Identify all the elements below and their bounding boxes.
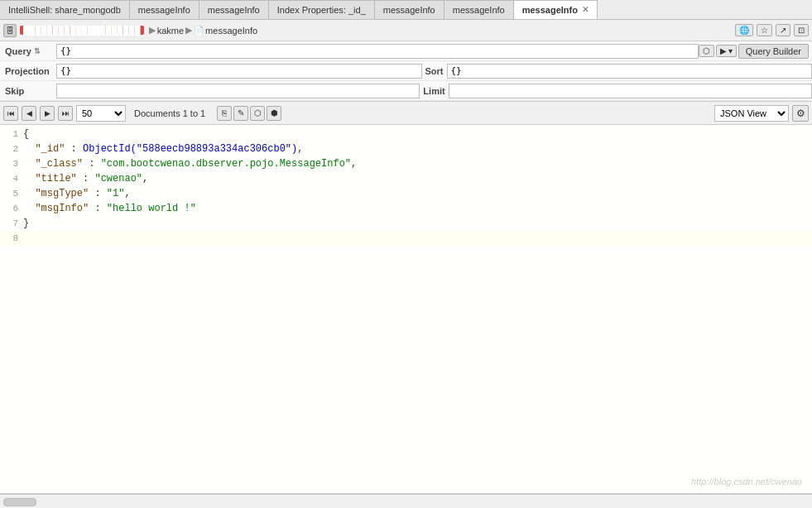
star-btn[interactable]: ☆: [757, 24, 772, 36]
tab-intellishell[interactable]: IntelliShell: share_mongodb: [0, 0, 130, 19]
tab-msginfo5-label: messageInfo: [522, 5, 578, 15]
skip-label: Skip: [0, 86, 56, 96]
last-page-btn[interactable]: ⏭: [58, 106, 73, 121]
docs-count-label: Documents 1 to 1: [134, 108, 205, 118]
collection-label: messageInfo: [205, 26, 257, 36]
tab-msginfo4-label: messageInfo: [453, 5, 505, 15]
table-row: 4 "title" : "cwenao",: [0, 171, 812, 186]
run-btn[interactable]: ▶ ▾: [716, 45, 737, 57]
query-rows: Query ⇅ ⬡ ▶ ▾ Query Builder Projection S…: [0, 41, 812, 102]
tab-msginfo3-label: messageInfo: [383, 5, 435, 15]
query-sort-icon: ⇅: [34, 47, 41, 55]
run-icon: ▶: [720, 46, 727, 55]
view-mode-select[interactable]: JSON View Table View Tree View: [714, 105, 789, 122]
tab-msginfo5[interactable]: messageInfo ✕: [514, 0, 598, 19]
query-input[interactable]: [56, 44, 699, 59]
query-export-btn[interactable]: ⬡: [699, 45, 714, 57]
tab-msginfo4[interactable]: messageInfo: [444, 0, 514, 19]
skip-limit-row: Skip Limit: [0, 81, 812, 101]
window-btn[interactable]: ⊡: [794, 24, 809, 36]
import-btn[interactable]: ⬢: [267, 106, 281, 121]
limit-label: Limit: [420, 86, 448, 96]
page-size-select[interactable]: 50 10 25 100 250: [76, 105, 126, 122]
table-row: 7}: [0, 216, 812, 231]
arrow-btn[interactable]: ↗: [776, 24, 790, 36]
connection-redacted: ████████████████████: [20, 26, 144, 35]
globe-btn[interactable]: 🌐: [735, 24, 753, 36]
edit-btn[interactable]: ✎: [233, 106, 248, 121]
kakme-label: kakme: [157, 26, 184, 36]
scrollbar-thumb[interactable]: [3, 498, 36, 506]
run-dropdown-icon: ▾: [728, 46, 733, 55]
sort-label: Sort: [422, 66, 447, 76]
projection-input[interactable]: [56, 64, 422, 79]
line-number: 6: [3, 201, 23, 216]
nav-action-icons: ⎘ ✎ ⬡ ⬢: [217, 106, 281, 121]
nav-right: JSON View Table View Tree View ⚙: [714, 105, 809, 122]
table-row: 1{: [0, 127, 812, 141]
line-content: "_class" : "com.bootcwenao.dbserver.pojo…: [23, 156, 809, 171]
table-row: 6 "msgInfo" : "hello world !": [0, 201, 812, 216]
line-content: "title" : "cwenao",: [23, 171, 809, 186]
tab-msginfo2[interactable]: messageInfo: [199, 0, 269, 19]
query-row-right: ⬡ ▶ ▾ Query Builder: [699, 44, 812, 59]
breadcrumb: ████████████████████ ▶ kakme ▶ 📄 message…: [20, 25, 735, 36]
tab-msginfo3[interactable]: messageInfo: [375, 0, 444, 19]
toolbar-row: 🗄 ████████████████████ ▶ kakme ▶ 📄 messa…: [0, 20, 812, 41]
copy-btn[interactable]: ⎘: [217, 106, 232, 121]
line-number: 2: [3, 141, 23, 156]
db-icon: 🗄: [3, 24, 17, 37]
breadcrumb-sep2: ▶: [185, 25, 192, 36]
line-number: 4: [3, 171, 23, 186]
line-number: 7: [3, 216, 23, 231]
settings-btn[interactable]: ⚙: [792, 105, 809, 122]
limit-input[interactable]: [449, 84, 812, 98]
tab-bar: IntelliShell: share_mongodb messageInfo …: [0, 0, 812, 20]
json-content: 1{2 "_id" : ObjectId("588eecb98893a334ac…: [0, 125, 812, 247]
nav-row: ⏮ ◀ ▶ ⏭ 50 10 25 100 250 Documents 1 to …: [0, 102, 812, 125]
tab-msginfo2-label: messageInfo: [208, 5, 260, 15]
line-number: 8: [3, 231, 23, 246]
next-page-btn[interactable]: ▶: [40, 106, 55, 121]
tab-intellishell-label: IntelliShell: share_mongodb: [8, 5, 121, 15]
tab-msginfo1-label: messageInfo: [138, 5, 190, 15]
line-content: }: [23, 216, 809, 231]
query-label: Query ⇅: [0, 46, 56, 56]
scrollbar-horizontal[interactable]: [0, 494, 812, 508]
query-builder-btn[interactable]: Query Builder: [738, 44, 809, 59]
projection-label: Projection: [0, 66, 56, 76]
toolbar-right: 🌐 ☆ ↗ ⊡: [735, 24, 809, 36]
tab-index-props-label: Index Properties: _id_: [277, 5, 366, 15]
line-content: {: [23, 127, 809, 141]
tab-msginfo1[interactable]: messageInfo: [130, 0, 199, 19]
prev-page-btn[interactable]: ◀: [22, 106, 36, 121]
tab-index-props[interactable]: Index Properties: _id_: [269, 0, 375, 19]
line-number: 5: [3, 186, 23, 201]
table-row: 3 "_class" : "com.bootcwenao.dbserver.po…: [0, 156, 812, 171]
breadcrumb-sep1: ▶: [149, 25, 156, 36]
content-area: 1{2 "_id" : ObjectId("588eecb98893a334ac…: [0, 125, 812, 494]
line-content: "_id" : ObjectId("588eecb98893a334ac306c…: [23, 141, 809, 156]
line-number: 3: [3, 156, 23, 171]
collection-icon: 📄: [194, 26, 204, 35]
query-row: Query ⇅ ⬡ ▶ ▾ Query Builder: [0, 41, 812, 61]
export-btn[interactable]: ⬡: [250, 106, 265, 121]
line-content: "msgInfo" : "hello world !": [23, 201, 809, 216]
sort-input[interactable]: [447, 64, 813, 79]
first-page-btn[interactable]: ⏮: [3, 106, 18, 121]
table-row: 8: [0, 231, 812, 246]
table-row: 2 "_id" : ObjectId("588eecb98893a334ac30…: [0, 141, 812, 156]
table-row: 5 "msgType" : "1",: [0, 186, 812, 201]
tab-close-icon[interactable]: ✕: [582, 5, 589, 14]
line-number: 1: [3, 127, 23, 141]
skip-input[interactable]: [56, 84, 420, 98]
line-content: "msgType" : "1",: [23, 186, 809, 201]
watermark: http://blog.csdn.net/cwenao: [691, 477, 802, 486]
projection-sort-row: Projection Sort: [0, 61, 812, 81]
